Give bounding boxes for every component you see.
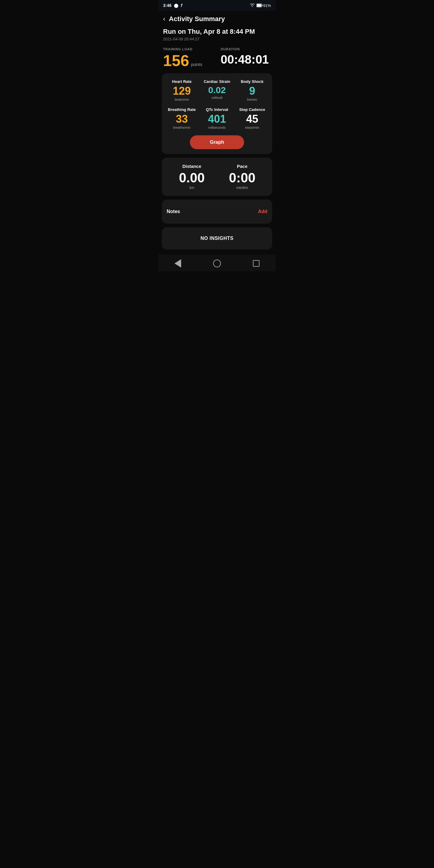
status-time: 3:46 <box>163 3 172 8</box>
notes-title: Notes <box>167 209 180 214</box>
pace-name: Pace <box>217 164 267 169</box>
stat-breathing-rate: Breathing Rate 33 breaths/min <box>165 107 198 129</box>
stat-heart-rate-value: 129 <box>165 86 198 96</box>
svg-rect-2 <box>257 4 261 7</box>
distance-value: 0.00 <box>167 171 217 184</box>
status-left: 3:46 ⬤ f <box>163 3 182 8</box>
back-triangle-icon <box>175 259 181 268</box>
stat-body-shock-value: 9 <box>236 86 269 96</box>
home-circle-icon <box>213 259 221 267</box>
distance-unit: km <box>167 186 217 190</box>
pace-item: Pace 0:00 min/km <box>217 164 267 190</box>
graph-button[interactable]: Graph <box>190 135 244 149</box>
stat-step-cadence-unit: steps/min <box>236 126 269 129</box>
stop-square-icon <box>253 260 259 267</box>
pace-value: 0:00 <box>217 171 267 184</box>
stat-body-shock-name: Body Shock <box>236 79 269 84</box>
nav-home-button[interactable] <box>210 258 224 269</box>
stat-breathing-rate-name: Breathing Rate <box>165 107 198 112</box>
training-load-unit: points <box>191 62 202 67</box>
distance-pace-card: Distance 0.00 km Pace 0:00 min/km <box>162 158 272 196</box>
add-note-button[interactable]: Add <box>258 209 267 214</box>
duration-section: DURATION 00:48:01 <box>221 47 271 68</box>
distance-name: Distance <box>167 164 217 169</box>
status-bar: 3:46 ⬤ f 91% <box>158 0 276 11</box>
stat-qtc-interval-name: QTc Interval <box>201 107 234 112</box>
status-right: 91% <box>250 3 271 8</box>
training-load-label: TRAINING LOAD <box>163 47 213 51</box>
battery-percent: 91% <box>263 3 271 8</box>
nav-stop-button[interactable] <box>249 258 264 269</box>
page-title: Activity Summary <box>169 15 225 23</box>
app-icon-1: ⬤ <box>174 3 179 8</box>
training-load-value: 156 <box>163 53 189 68</box>
battery-icon: 91% <box>256 3 271 8</box>
stat-qtc-interval: QTc Interval 401 millseconds <box>201 107 234 129</box>
stat-breathing-rate-value: 33 <box>165 114 198 124</box>
stat-step-cadence-name: Step Cadence <box>236 107 269 112</box>
pace-unit: min/km <box>217 186 267 190</box>
stat-cardiac-strain: Cardiac Strain 0.02 millivolt <box>201 79 234 101</box>
insights-section: NO INSIGHTS <box>162 227 272 250</box>
stat-heart-rate: Heart Rate 129 beats/min <box>165 79 198 101</box>
bottom-nav <box>158 254 276 271</box>
stat-step-cadence-value: 45 <box>236 114 269 124</box>
stat-heart-rate-name: Heart Rate <box>165 79 198 84</box>
insights-text: NO INSIGHTS <box>167 236 267 241</box>
duration-value: 00:48:01 <box>221 53 271 66</box>
stat-breathing-rate-unit: breaths/min <box>165 126 198 129</box>
activity-title: Run on Thu, Apr 8 at 8:44 PM <box>163 28 271 36</box>
notes-card: Notes Add <box>162 199 272 224</box>
app-icon-2: f <box>181 3 182 8</box>
stat-qtc-interval-value: 401 <box>201 114 234 124</box>
wifi-icon <box>250 3 255 8</box>
distance-item: Distance 0.00 km <box>167 164 217 190</box>
svg-rect-1 <box>262 5 262 6</box>
stat-heart-rate-unit: beats/min <box>165 98 198 101</box>
activity-datetime: 2021-04-08 20:44:27 <box>163 37 271 41</box>
stats-card: Heart Rate 129 beats/min Cardiac Strain … <box>162 73 272 154</box>
dp-grid: Distance 0.00 km Pace 0:00 min/km <box>167 164 267 190</box>
stat-body-shock: Body Shock 9 bw/sec <box>236 79 269 101</box>
activity-title-section: Run on Thu, Apr 8 at 8:44 PM 2021-04-08 … <box>158 25 276 46</box>
stat-body-shock-unit: bw/sec <box>236 98 269 101</box>
metrics-top: TRAINING LOAD 156 points DURATION 00:48:… <box>158 46 276 73</box>
training-load-section: TRAINING LOAD 156 points <box>163 47 213 68</box>
stat-step-cadence: Step Cadence 45 steps/min <box>236 107 269 129</box>
stat-cardiac-strain-value: 0.02 <box>201 86 234 95</box>
back-button[interactable]: ‹ <box>163 15 165 23</box>
stat-cardiac-strain-unit: millivolt <box>201 96 234 99</box>
stat-cardiac-strain-name: Cardiac Strain <box>201 79 234 84</box>
header: ‹ Activity Summary <box>158 11 276 25</box>
nav-back-button[interactable] <box>170 258 185 269</box>
stat-qtc-interval-unit: millseconds <box>201 126 234 129</box>
stats-grid: Heart Rate 129 beats/min Cardiac Strain … <box>165 79 269 129</box>
duration-label: DURATION <box>221 47 271 51</box>
